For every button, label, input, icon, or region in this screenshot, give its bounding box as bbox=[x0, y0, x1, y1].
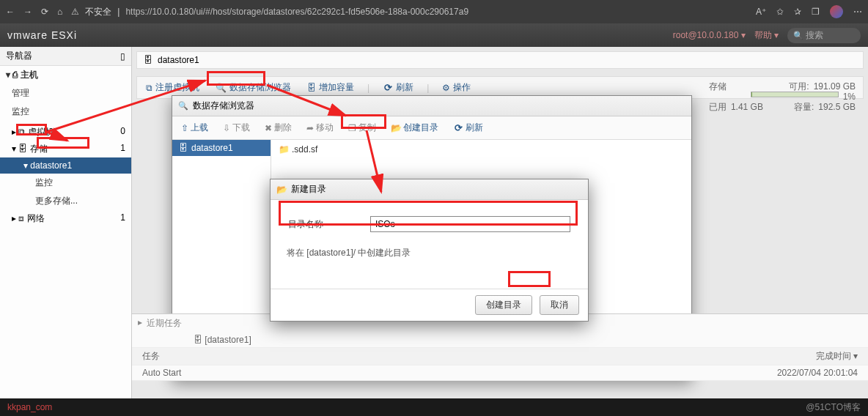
sidebar-network-label: 网络 bbox=[27, 213, 45, 223]
task-time: 2022/07/04 20:01:04 bbox=[745, 368, 862, 378]
search-placeholder: 搜索 bbox=[806, 30, 823, 40]
action-browse[interactable]: 🔍 数据存储浏览器 bbox=[213, 80, 294, 95]
sidebar-more-storage[interactable]: 更多存储... bbox=[0, 192, 131, 210]
nd-name-row: 目录名称 bbox=[284, 212, 575, 237]
action-ops[interactable]: ⚙ 操作 bbox=[439, 80, 474, 95]
browser-chrome: ← → ⟳ ⌂ ⚠ 不安全 | https://10.0.0.180/ui/#/… bbox=[0, 0, 868, 23]
sidebar-collapse-icon[interactable]: ▯ bbox=[120, 51, 125, 62]
refresh-icon bbox=[383, 83, 393, 93]
forward-button[interactable]: → bbox=[23, 7, 32, 17]
datastore-tree-icon bbox=[178, 143, 188, 153]
refresh-icon-2 bbox=[453, 123, 463, 133]
dsb-folder-label: .sdd.sf bbox=[292, 144, 317, 155]
sidebar-host[interactable]: ▾ ⎙ 主机 bbox=[0, 66, 131, 84]
sidebar-vms[interactable]: ▸ ⧉ 虚拟机 0 bbox=[0, 124, 131, 141]
home-button[interactable]: ⌂ bbox=[57, 7, 62, 17]
dsb-title: 数据存储浏览器 bbox=[193, 100, 254, 112]
tasks-col-complete[interactable]: 完成时间 ▾ bbox=[745, 350, 862, 363]
tasks-columns: 任务 完成时间 ▾ bbox=[132, 348, 868, 365]
nd-cancel-button[interactable]: 取消 bbox=[540, 295, 579, 315]
dsb-copy: ❐ 复制 bbox=[345, 120, 379, 135]
browse-icon bbox=[178, 101, 188, 111]
url-bar[interactable]: ⚠ 不安全 | https://10.0.0.180/ui/#/host/sto… bbox=[71, 6, 747, 18]
dsb-upload-label: 上载 bbox=[191, 122, 208, 134]
nd-title-bar: 新建目录 bbox=[271, 179, 588, 200]
browser-actions: A⁺ ✩ ✰ ❐ ⋯ bbox=[756, 5, 862, 18]
nd-folder-icon bbox=[276, 185, 287, 195]
action-capacity-label: 增加容量 bbox=[319, 81, 354, 94]
search-icon bbox=[793, 30, 803, 40]
dsb-toolbar: ⇧ 上载 ⇩ 下载 ✖ 删除 ➦ 移动 ❐ 复制 创建目录 刷新 bbox=[172, 116, 691, 140]
action-refresh-label: 刷新 bbox=[396, 81, 413, 94]
action-sep2: | bbox=[427, 83, 429, 93]
insecure-icon: ⚠ bbox=[71, 7, 79, 17]
sidebar-manage[interactable]: 管理 bbox=[0, 84, 131, 103]
dsb-move-label: 移动 bbox=[316, 122, 334, 134]
action-capacity[interactable]: 🗄 增加容量 bbox=[304, 80, 357, 95]
nd-ok-button[interactable]: 创建目录 bbox=[475, 295, 532, 315]
sidebar-datastore1[interactable]: ▾ datastore1 bbox=[0, 157, 131, 174]
action-refresh[interactable]: 刷新 bbox=[380, 80, 416, 95]
more-icon[interactable]: ⋯ bbox=[853, 7, 862, 17]
nd-name-input[interactable] bbox=[370, 216, 570, 232]
esxi-help[interactable]: 帮助 ▾ bbox=[754, 29, 779, 42]
action-sep: | bbox=[367, 83, 369, 93]
storage-info: 存储 可用: 191.09 GB 1% 已用 1.41 GB 容量: 192.5… bbox=[709, 81, 856, 112]
dsb-refresh-label: 刷新 bbox=[466, 122, 483, 134]
sidebar-host-label: 主机 bbox=[21, 70, 38, 80]
insecure-label: 不安全 bbox=[85, 6, 111, 18]
cap-label: 容量: bbox=[794, 102, 814, 112]
network-count: 1 bbox=[120, 212, 125, 225]
dsb-tree-datastore1[interactable]: datastore1 bbox=[172, 140, 271, 156]
dsb-upload[interactable]: ⇧ 上载 bbox=[178, 120, 211, 135]
dsb-refresh[interactable]: 刷新 bbox=[450, 120, 486, 135]
sidebar: 导航器 ▯ ▾ ⎙ 主机 管理 监控 ▸ ⧉ 虚拟机 0 ▾ 🗄 存储 1 ▾ … bbox=[0, 47, 132, 398]
dsb-download: ⇩ 下载 bbox=[220, 120, 253, 135]
sidebar-title-bar: 导航器 ▯ bbox=[0, 47, 131, 66]
action-register-vm[interactable]: ⧉ 注册虚拟机 bbox=[143, 80, 202, 95]
collections-icon[interactable]: ❐ bbox=[812, 7, 820, 17]
dsb-download-label: 下载 bbox=[232, 122, 250, 134]
sidebar-vms-label: 虚拟机 bbox=[28, 127, 54, 137]
nd-footer: 创建目录 取消 bbox=[271, 289, 588, 321]
action-register-vm-label: 注册虚拟机 bbox=[155, 81, 199, 94]
esxi-brand: vmware ESXi bbox=[7, 29, 77, 41]
tasks-target: [datastore1] bbox=[205, 335, 251, 345]
dsb-move: ➦ 移动 bbox=[304, 120, 336, 135]
favorite-add-icon[interactable]: ✩ bbox=[776, 7, 784, 17]
dsb-delete: ✖ 删除 bbox=[262, 120, 295, 135]
tasks-col-task[interactable]: 任务 bbox=[138, 350, 189, 363]
tasks-item-row: 🗄 [datastore1] bbox=[132, 333, 868, 348]
sidebar-network[interactable]: ▸ ⧈ 网络 1 bbox=[0, 210, 131, 227]
page-footer: kkpan_com @51CTO博客 bbox=[0, 398, 868, 416]
cap-value: 192.5 GB bbox=[818, 102, 856, 112]
folder-icon bbox=[279, 144, 289, 155]
sidebar-monitor[interactable]: 监控 bbox=[0, 103, 131, 121]
datastore-icon bbox=[143, 55, 153, 65]
nd-note: 将在 [datastore1]/ 中创建此目录 bbox=[287, 247, 575, 259]
url-separator: | bbox=[117, 7, 119, 17]
footer-right: @51CTO博客 bbox=[806, 401, 861, 414]
back-button[interactable]: ← bbox=[6, 7, 15, 17]
read-aloud-icon[interactable]: A⁺ bbox=[756, 7, 766, 17]
profile-avatar-icon[interactable] bbox=[830, 5, 843, 18]
tasks-header-label: 近期任务 bbox=[147, 317, 182, 330]
action-browse-label: 数据存储浏览器 bbox=[229, 81, 291, 94]
sidebar-datastore-label: datastore1 bbox=[30, 160, 72, 171]
free-label: 可用: bbox=[789, 81, 809, 92]
breadcrumb-text: datastore1 bbox=[158, 55, 199, 65]
dsb-newdir[interactable]: 创建目录 bbox=[388, 120, 441, 135]
used-value: 1.41 GB bbox=[731, 102, 763, 112]
nd-title: 新建目录 bbox=[291, 183, 326, 196]
storage-label: 存储 bbox=[709, 81, 727, 92]
sidebar-title: 导航器 bbox=[6, 50, 32, 62]
reload-button[interactable]: ⟳ bbox=[41, 7, 48, 17]
esxi-search[interactable]: 搜索 bbox=[787, 28, 861, 43]
dsb-folder-sddsf[interactable]: .sdd.sf bbox=[274, 143, 322, 156]
esxi-user[interactable]: root@10.0.0.180 ▾ bbox=[673, 30, 746, 40]
sidebar-storage[interactable]: ▾ 🗄 存储 1 bbox=[0, 141, 131, 157]
newdir-icon bbox=[391, 123, 401, 133]
favorites-icon[interactable]: ✰ bbox=[794, 7, 801, 17]
storage-count: 1 bbox=[120, 143, 125, 155]
sidebar-ds-monitor[interactable]: 监控 bbox=[0, 174, 131, 192]
